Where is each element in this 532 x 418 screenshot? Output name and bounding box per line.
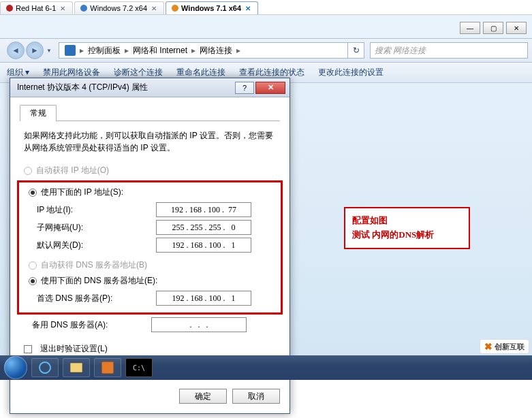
maximize-button[interactable]: ▢	[483, 22, 503, 34]
back-button[interactable]: ◄	[7, 42, 25, 59]
dns2-input[interactable]: . . .	[151, 317, 247, 332]
checkbox-icon	[24, 345, 32, 353]
close-icon[interactable]: ✕	[59, 5, 67, 12]
taskbar-explorer[interactable]	[63, 358, 90, 377]
ok-button[interactable]: 确定	[179, 389, 227, 404]
vm-status-icon	[6, 5, 13, 12]
opt-use-dns[interactable]: 使用下面的 DNS 服务器地址(E):	[29, 275, 271, 287]
vm-tab-win72[interactable]: Windows 7.2 x64 ✕	[74, 1, 164, 14]
close-button[interactable]: ✕	[506, 22, 527, 34]
taskbar: C:\	[0, 355, 532, 380]
mask-input[interactable]: 255 . 255 . 255 . 0	[156, 220, 251, 235]
annotation-line: 配置如图	[352, 214, 462, 228]
explorer-nav-bar: ◄ ► ▼ ▸ 控制面板 ▸ 网络和 Internet ▸ 网络连接 ▸ ↻ 搜…	[0, 38, 532, 63]
breadcrumb[interactable]: ▸ 控制面板 ▸ 网络和 Internet ▸ 网络连接 ▸	[59, 42, 348, 59]
close-icon[interactable]: ✕	[244, 5, 252, 12]
cmd-diagnose[interactable]: 诊断这个连接	[114, 67, 163, 78]
minimize-button[interactable]: —	[460, 22, 480, 34]
row-dns2: 备用 DNS 服务器(A): . . .	[32, 317, 280, 332]
vm-tab-win71[interactable]: Windows 7.1 x64 ✕	[166, 1, 258, 14]
vm-tab-label: Windows 7.1 x64	[181, 4, 241, 12]
close-button[interactable]: ✕	[255, 82, 285, 94]
breadcrumb-item[interactable]: 网络和 Internet	[133, 45, 187, 57]
forward-button[interactable]: ►	[26, 42, 44, 59]
close-icon[interactable]: ✕	[150, 5, 158, 12]
ip-input[interactable]: 192 . 168 . 100 . 77	[156, 202, 251, 217]
breadcrumb-item[interactable]: 控制面板	[88, 45, 121, 57]
window-controls: — ▢ ✕	[460, 22, 527, 34]
vm-status-icon	[172, 5, 178, 12]
vm-tab-label: Windows 7.2 x64	[90, 4, 147, 12]
row-dns1: 首选 DNS 服务器(P): 192 . 168 . 100 . 1	[37, 291, 275, 306]
taskbar-ie[interactable]	[31, 358, 59, 377]
network-icon	[65, 45, 76, 56]
folder-icon	[70, 363, 82, 372]
start-button[interactable]	[4, 356, 27, 379]
cmd-status[interactable]: 查看此连接的状态	[239, 67, 304, 78]
vm-tab-redhat[interactable]: Red Hat 6-1 ✕	[0, 1, 73, 14]
dialog-description: 如果网络支持此功能，则可以获取自动指派的 IP 设置。否则，您需要从网络系统管理…	[24, 129, 276, 154]
vm-tab-strip: Red Hat 6-1 ✕ Windows 7.2 x64 ✕ Windows …	[0, 0, 532, 15]
annotation-box: 配置如图 测试 内网的DNS解析	[344, 207, 470, 249]
dialog-title: Internet 协议版本 4 (TCP/IPv4) 属性	[17, 82, 234, 93]
dns2-label: 备用 DNS 服务器(A):	[32, 319, 151, 331]
row-mask: 子网掩码(U): 255 . 255 . 255 . 0	[37, 220, 275, 235]
radio-icon	[24, 167, 32, 175]
cmd-disable[interactable]: 禁用此网络设备	[43, 67, 100, 78]
cmd-rename[interactable]: 重命名此连接	[176, 67, 225, 78]
cmd-icon: C:\	[133, 364, 145, 372]
dialog-titlebar[interactable]: Internet 协议版本 4 (TCP/IPv4) 属性 ? ✕	[10, 78, 290, 97]
opt-auto-dns[interactable]: 自动获得 DNS 服务器地址(B)	[29, 259, 271, 271]
tab-row: 常规	[20, 104, 280, 121]
row-gateway: 默认网关(D): 192 . 168 . 100 . 1	[37, 238, 275, 253]
taskbar-cmd[interactable]: C:\	[125, 358, 153, 377]
breadcrumb-item[interactable]: 网络连接	[200, 45, 232, 57]
dns1-input[interactable]: 192 . 168 . 100 . 1	[156, 291, 251, 306]
highlight-box: 使用下面的 IP 地址(S): IP 地址(I): 192 . 168 . 10…	[17, 180, 283, 315]
dns1-label: 首选 DNS 服务器(P):	[37, 293, 156, 304]
chk-validate[interactable]: 退出时验证设置(L)	[24, 343, 276, 355]
refresh-button[interactable]: ↻	[348, 42, 364, 59]
history-dropdown[interactable]: ▼	[45, 44, 53, 57]
vm-status-icon	[80, 5, 87, 12]
search-input[interactable]: 搜索 网络连接	[370, 42, 528, 59]
wmp-icon	[101, 361, 114, 374]
tab-general[interactable]: 常规	[20, 105, 57, 121]
cancel-button[interactable]: 取消	[232, 389, 280, 404]
radio-icon	[29, 261, 37, 270]
ip-label: IP 地址(I):	[37, 204, 156, 216]
logo-icon: ✖	[484, 341, 492, 352]
annotation-line: 测试 内网的DNS解析	[352, 228, 462, 242]
taskbar-wmp[interactable]	[94, 358, 121, 377]
mask-label: 子网掩码(U):	[37, 222, 156, 234]
ie-icon	[37, 359, 52, 375]
gateway-input[interactable]: 192 . 168 . 100 . 1	[156, 238, 251, 253]
radio-icon	[29, 277, 37, 285]
radio-icon	[29, 189, 37, 197]
gateway-label: 默认网关(D):	[37, 240, 156, 251]
opt-auto-ip[interactable]: 自动获得 IP 地址(O)	[24, 165, 276, 176]
opt-use-ip[interactable]: 使用下面的 IP 地址(S):	[29, 187, 271, 198]
cmd-organize[interactable]: 组织 ▾	[7, 67, 29, 78]
row-ip: IP 地址(I): 192 . 168 . 100 . 77	[37, 202, 275, 217]
vm-tab-label: Red Hat 6-1	[16, 4, 56, 12]
cmd-settings[interactable]: 更改此连接的设置	[318, 67, 384, 78]
help-button[interactable]: ?	[235, 82, 254, 94]
watermark: ✖ 创新互联	[480, 339, 529, 354]
guest-desktop: — ▢ ✕ ◄ ► ▼ ▸ 控制面板 ▸ 网络和 Internet ▸ 网络连接…	[0, 15, 532, 380]
